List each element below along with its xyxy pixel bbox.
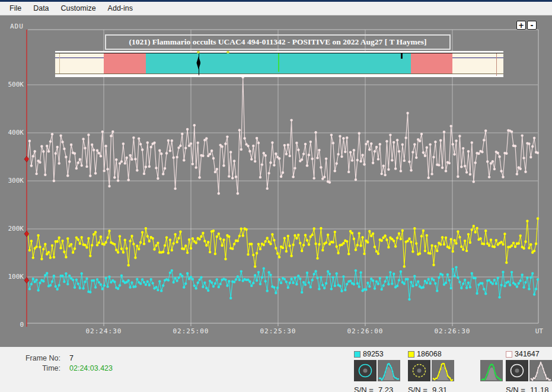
legend-swatch-341647 xyxy=(506,351,512,358)
legend-swatch-89253 xyxy=(354,351,360,358)
series-341647 xyxy=(27,76,539,195)
y-tick-label-100k: 100K xyxy=(1,273,24,281)
aperture-thumbnail-341647 xyxy=(506,360,528,384)
aperture-thumbnail-89253 xyxy=(354,360,376,384)
app-window: FileDataCustomizeAdd-ins ADU UT + - (102… xyxy=(0,0,552,392)
sn-value: 9.31 xyxy=(432,385,447,392)
sn-readout-186068: S/N =9.31 xyxy=(408,385,458,392)
time-value: 02:24:03.423 xyxy=(69,364,113,374)
frame-no-value: 7 xyxy=(69,353,74,364)
frame-no-label: Frame No: xyxy=(8,353,60,364)
zoom-in-button[interactable]: + xyxy=(516,21,526,30)
legend-panel-186068: 186068S/N =9.31 xyxy=(408,350,458,392)
legend-value-186068: 186068 xyxy=(417,350,442,358)
x-tick-label-02-24-30: 02:24:30 xyxy=(76,327,131,335)
x-tick-label-02-26-00: 02:26:00 xyxy=(338,327,393,335)
guide-star-profile-thumbnail xyxy=(480,360,503,384)
aperture-thumbnail-186068 xyxy=(408,360,430,384)
sn-label: S/N = xyxy=(506,385,525,392)
thumbnails-341647 xyxy=(506,360,552,384)
psf-profile-thumbnail-89253 xyxy=(378,360,400,384)
y-tick-label-500k: 500K xyxy=(1,81,24,88)
legend-entry-89253: 89253 xyxy=(354,350,404,358)
legend-swatch-186068 xyxy=(408,351,414,358)
sn-label: S/N = xyxy=(354,385,374,392)
legend-entry-186068: 186068 xyxy=(408,350,458,358)
event-timeline-bar[interactable] xyxy=(55,51,503,77)
sn-readout-89253: S/N =7.23 xyxy=(354,385,404,392)
y-tick-label-200k: 200K xyxy=(1,225,24,232)
x-tick-label-02-25-30: 02:25:30 xyxy=(251,327,305,335)
y-axis-title: ADU xyxy=(10,23,24,30)
status-panel: Frame No: 7 Time: 02:24:03.423 89253S/N … xyxy=(0,347,552,392)
event-region-baseline-right xyxy=(411,53,452,74)
zoom-out-button[interactable]: - xyxy=(527,21,537,30)
legend-value-89253: 89253 xyxy=(363,350,384,358)
frame-status-block: Frame No: 7 Time: 02:24:03.423 xyxy=(8,353,113,374)
light-curve-chart[interactable]: ADU UT + - (1021) Flammario occults UCAC… xyxy=(0,16,552,347)
sn-value: 7.23 xyxy=(378,385,393,392)
legend-panel-341647: 341647S/N =11.18 xyxy=(506,350,552,392)
thumbnails-89253 xyxy=(354,360,404,384)
legend-panel-89253: 89253S/N =7.23 xyxy=(354,350,404,392)
y-tick-label-300k: 300K xyxy=(1,177,24,184)
y-tick-label-400k: 400K xyxy=(1,129,24,136)
series-186068 xyxy=(27,217,539,267)
sn-value: 11.18 xyxy=(530,385,549,392)
chart-title: (1021) Flammario occults UCAC4 494-01134… xyxy=(105,34,451,50)
sn-readout-341647: S/N =11.18 xyxy=(506,385,552,392)
thumbnails-186068 xyxy=(408,360,458,384)
psf-profile-thumbnail-341647 xyxy=(529,360,552,384)
menu-bar: FileDataCustomizeAdd-ins xyxy=(0,2,552,15)
menu-item-customize[interactable]: Customize xyxy=(55,2,102,14)
sn-label: S/N = xyxy=(408,385,427,392)
psf-profile-thumbnail-186068 xyxy=(432,360,454,384)
event-timeline-right-divider xyxy=(496,53,497,76)
menu-item-data[interactable]: Data xyxy=(27,2,55,14)
y-tick-label-0: 0 xyxy=(1,321,24,329)
x-tick-label-02-26-30: 02:26:30 xyxy=(425,327,480,335)
time-label: Time: xyxy=(8,364,60,374)
menu-item-file[interactable]: File xyxy=(4,2,27,14)
legend-value-341647: 341647 xyxy=(515,350,540,358)
legend-entry-341647: 341647 xyxy=(506,350,552,358)
series-89253 xyxy=(27,266,539,301)
event-black-tick xyxy=(401,53,403,59)
event-timeline-left-divider xyxy=(59,53,60,74)
x-axis-title: UT xyxy=(524,327,543,335)
menu-item-add-ins[interactable]: Add-ins xyxy=(102,2,139,14)
event-green-marker-line xyxy=(278,53,279,72)
x-tick-label-02-25-00: 02:25:00 xyxy=(164,327,218,335)
event-region-baseline-left xyxy=(104,53,146,74)
